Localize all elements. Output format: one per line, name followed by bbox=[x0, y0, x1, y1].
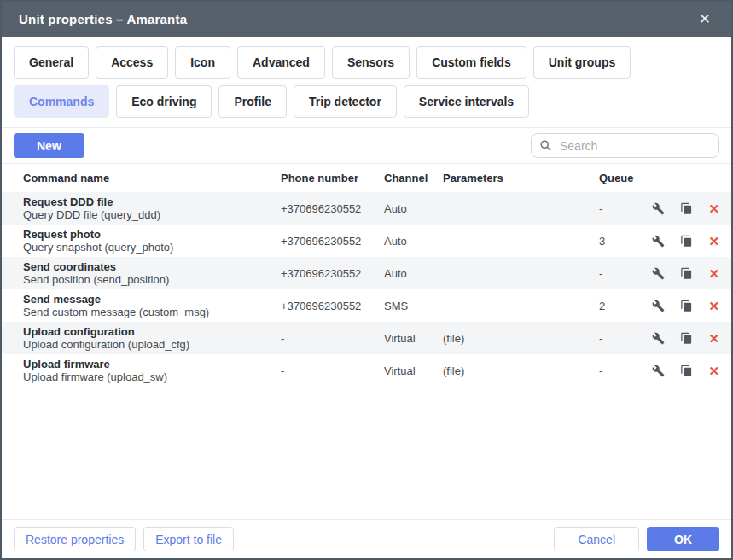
tab-unit-groups[interactable]: Unit groups bbox=[533, 46, 631, 79]
col-channel: Channel bbox=[384, 172, 443, 184]
wrench-icon bbox=[652, 267, 665, 280]
export-to-file-button[interactable]: Export to file bbox=[143, 527, 234, 551]
col-queue: Queue bbox=[599, 172, 652, 184]
copy-command-button[interactable] bbox=[680, 365, 693, 377]
command-name-cell: Upload firmware Upload firmware (upload_… bbox=[23, 354, 281, 387]
row-actions: ✕ bbox=[652, 322, 731, 354]
table-header: Command name Phone number Channel Parame… bbox=[2, 164, 731, 192]
tab-eco-driving[interactable]: Eco driving bbox=[116, 85, 212, 118]
copy-command-button[interactable] bbox=[680, 235, 693, 248]
command-name: Upload firmware bbox=[23, 358, 281, 370]
delete-x-icon: ✕ bbox=[708, 332, 719, 345]
command-name: Request DDD file bbox=[23, 195, 281, 208]
tab-commands[interactable]: Commands bbox=[14, 85, 109, 118]
tab-icon[interactable]: Icon bbox=[175, 46, 230, 79]
tab-access[interactable]: Access bbox=[96, 46, 168, 79]
delete-command-button[interactable]: ✕ bbox=[708, 202, 719, 215]
phone-number: +370696230552 bbox=[281, 202, 384, 215]
edit-command-button[interactable] bbox=[652, 202, 665, 215]
phone-number: - bbox=[281, 365, 384, 377]
queue: 3 bbox=[599, 235, 652, 248]
command-name: Request photo bbox=[23, 228, 281, 241]
delete-command-button[interactable]: ✕ bbox=[708, 300, 719, 312]
table-row: Send message Send custom message (custom… bbox=[2, 289, 731, 322]
tab-profile[interactable]: Profile bbox=[218, 85, 287, 118]
tab-custom-fields[interactable]: Custom fields bbox=[416, 46, 526, 79]
command-name-cell: Send message Send custom message (custom… bbox=[23, 289, 281, 322]
copy-icon bbox=[680, 235, 693, 248]
channel: Auto bbox=[384, 202, 443, 215]
close-icon[interactable]: ✕ bbox=[695, 10, 714, 28]
delete-x-icon: ✕ bbox=[708, 300, 719, 312]
command-subtitle: Send position (send_position) bbox=[23, 273, 281, 286]
copy-icon bbox=[680, 267, 693, 280]
queue: - bbox=[599, 365, 652, 377]
copy-command-button[interactable] bbox=[680, 202, 693, 215]
unit-properties-dialog: Unit properties – Amaranta ✕ General Acc… bbox=[0, 0, 733, 560]
command-subtitle: Upload configuration (upload_cfg) bbox=[23, 338, 281, 351]
delete-command-button[interactable]: ✕ bbox=[708, 267, 719, 280]
phone-number: - bbox=[281, 332, 384, 345]
search-input[interactable] bbox=[558, 138, 711, 154]
wrench-icon bbox=[652, 202, 665, 215]
delete-x-icon: ✕ bbox=[708, 365, 719, 377]
phone-number: +370696230552 bbox=[281, 235, 384, 248]
tab-advanced[interactable]: Advanced bbox=[237, 46, 325, 79]
row-actions: ✕ bbox=[652, 257, 731, 289]
delete-command-button[interactable]: ✕ bbox=[708, 235, 719, 248]
col-command-name: Command name bbox=[23, 172, 281, 184]
command-subtitle: Upload firmware (upload_sw) bbox=[23, 370, 281, 383]
new-command-button[interactable]: New bbox=[14, 133, 84, 158]
tab-general[interactable]: General bbox=[14, 46, 89, 79]
empty-area bbox=[2, 387, 731, 519]
queue: - bbox=[599, 267, 652, 280]
delete-x-icon: ✕ bbox=[708, 235, 719, 248]
tab-bar: General Access Icon Advanced Sensors Cus… bbox=[2, 37, 731, 127]
edit-command-button[interactable] bbox=[652, 235, 665, 248]
edit-command-button[interactable] bbox=[652, 332, 665, 345]
delete-command-button[interactable]: ✕ bbox=[708, 332, 719, 345]
tab-service-intervals[interactable]: Service intervals bbox=[404, 85, 529, 118]
row-actions: ✕ bbox=[652, 192, 731, 225]
commands-table: Request DDD file Query DDD file (query_d… bbox=[2, 192, 731, 387]
parameters: (file) bbox=[443, 365, 599, 377]
titlebar: Unit properties – Amaranta ✕ bbox=[2, 2, 731, 37]
ok-button[interactable]: OK bbox=[647, 527, 719, 551]
delete-command-button[interactable]: ✕ bbox=[708, 365, 719, 377]
cancel-button[interactable]: Cancel bbox=[554, 527, 639, 551]
delete-x-icon: ✕ bbox=[708, 202, 719, 215]
copy-command-button[interactable] bbox=[680, 332, 693, 345]
queue: - bbox=[599, 332, 652, 345]
dialog-title: Unit properties – Amaranta bbox=[19, 12, 695, 26]
edit-command-button[interactable] bbox=[652, 267, 665, 280]
command-name: Send message bbox=[23, 293, 281, 306]
wrench-icon bbox=[652, 332, 665, 345]
tab-sensors[interactable]: Sensors bbox=[332, 46, 410, 79]
command-name-cell: Send coordinates Send position (send_pos… bbox=[23, 257, 281, 289]
tab-trip-detector[interactable]: Trip detector bbox=[294, 85, 397, 118]
command-name-cell: Upload configuration Upload configuratio… bbox=[23, 322, 281, 354]
command-name-cell: Request DDD file Query DDD file (query_d… bbox=[23, 192, 281, 225]
queue: 2 bbox=[599, 300, 652, 312]
channel: Auto bbox=[384, 267, 443, 280]
channel: Auto bbox=[384, 235, 443, 248]
table-row: Request photo Query snapshot (query_phot… bbox=[2, 225, 731, 257]
edit-command-button[interactable] bbox=[652, 300, 665, 312]
table-row: Upload configuration Upload configuratio… bbox=[2, 322, 731, 354]
copy-icon bbox=[680, 332, 693, 345]
col-phone-number: Phone number bbox=[281, 172, 384, 184]
copy-command-button[interactable] bbox=[680, 267, 693, 280]
copy-command-button[interactable] bbox=[680, 300, 693, 312]
table-row: Send coordinates Send position (send_pos… bbox=[2, 257, 731, 289]
search-box[interactable] bbox=[531, 133, 719, 158]
command-subtitle: Send custom message (custom_msg) bbox=[23, 306, 281, 318]
restore-properties-button[interactable]: Restore properties bbox=[14, 527, 136, 551]
delete-x-icon: ✕ bbox=[708, 267, 719, 280]
phone-number: +370696230552 bbox=[281, 300, 384, 312]
copy-icon bbox=[680, 365, 693, 377]
wrench-icon bbox=[652, 365, 665, 377]
edit-command-button[interactable] bbox=[652, 365, 665, 377]
table-row: Request DDD file Query DDD file (query_d… bbox=[2, 192, 731, 225]
row-actions: ✕ bbox=[652, 289, 731, 322]
queue: - bbox=[599, 202, 652, 215]
